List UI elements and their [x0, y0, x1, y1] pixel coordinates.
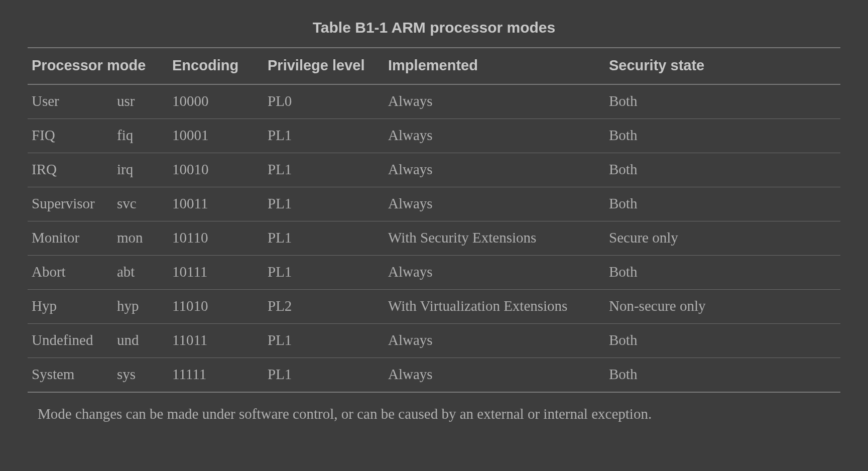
cell-implemented: Always [384, 324, 605, 358]
footnote: Mode changes can be made under software … [28, 393, 840, 422]
cell-privilege: PL0 [264, 84, 384, 119]
cell-mode-abbr: mon [113, 221, 168, 256]
page-container: Table B1-1 ARM processor modes Processor… [0, 0, 868, 422]
col-header-mode: Processor mode [28, 48, 168, 84]
cell-mode-name: Undefined [28, 324, 113, 358]
cell-mode-abbr: fiq [113, 119, 168, 153]
table-row: Supervisorsvc10011PL1AlwaysBoth [28, 187, 840, 221]
cell-security: Both [605, 119, 840, 153]
cell-mode-name: FIQ [28, 119, 113, 153]
cell-security: Both [605, 256, 840, 290]
table-row: Undefinedund11011PL1AlwaysBoth [28, 324, 840, 358]
cell-mode-name: System [28, 358, 113, 393]
table-row: Monitormon10110PL1With Security Extensio… [28, 221, 840, 256]
cell-security: Both [605, 187, 840, 221]
cell-implemented: With Security Extensions [384, 221, 605, 256]
cell-encoding: 11111 [168, 358, 264, 393]
cell-encoding: 11010 [168, 290, 264, 324]
cell-security: Both [605, 153, 840, 187]
col-header-encoding: Encoding [168, 48, 264, 84]
cell-privilege: PL1 [264, 358, 384, 393]
cell-security: Non-secure only [605, 290, 840, 324]
table-row: IRQirq10010PL1AlwaysBoth [28, 153, 840, 187]
cell-mode-abbr: hyp [113, 290, 168, 324]
cell-privilege: PL2 [264, 290, 384, 324]
table-body: Userusr10000PL0AlwaysBothFIQfiq10001PL1A… [28, 84, 840, 392]
cell-encoding: 10110 [168, 221, 264, 256]
col-header-security: Security state [605, 48, 840, 84]
cell-mode-abbr: abt [113, 256, 168, 290]
cell-privilege: PL1 [264, 119, 384, 153]
cell-implemented: Always [384, 84, 605, 119]
cell-security: Both [605, 358, 840, 393]
cell-mode-abbr: sys [113, 358, 168, 393]
cell-security: Both [605, 324, 840, 358]
cell-implemented: Always [384, 153, 605, 187]
table-caption: Table B1-1 ARM processor modes [28, 15, 840, 47]
cell-implemented: Always [384, 256, 605, 290]
cell-encoding: 10001 [168, 119, 264, 153]
table-row: Userusr10000PL0AlwaysBoth [28, 84, 840, 119]
cell-encoding: 10010 [168, 153, 264, 187]
cell-mode-name: Supervisor [28, 187, 113, 221]
cell-privilege: PL1 [264, 187, 384, 221]
cell-mode-name: User [28, 84, 113, 119]
cell-encoding: 10111 [168, 256, 264, 290]
cell-implemented: Always [384, 119, 605, 153]
cell-implemented: With Virtualization Extensions [384, 290, 605, 324]
cell-privilege: PL1 [264, 153, 384, 187]
table-header-row: Processor mode Encoding Privilege level … [28, 48, 840, 84]
processor-modes-table: Processor mode Encoding Privilege level … [28, 47, 840, 393]
table-row: Systemsys11111PL1AlwaysBoth [28, 358, 840, 393]
cell-mode-abbr: usr [113, 84, 168, 119]
table-row: FIQfiq10001PL1AlwaysBoth [28, 119, 840, 153]
col-header-implemented: Implemented [384, 48, 605, 84]
cell-mode-abbr: svc [113, 187, 168, 221]
cell-security: Both [605, 84, 840, 119]
table-row: Abortabt10111PL1AlwaysBoth [28, 256, 840, 290]
cell-encoding: 10011 [168, 187, 264, 221]
cell-mode-name: IRQ [28, 153, 113, 187]
cell-privilege: PL1 [264, 324, 384, 358]
cell-security: Secure only [605, 221, 840, 256]
cell-implemented: Always [384, 358, 605, 393]
cell-encoding: 10000 [168, 84, 264, 119]
cell-encoding: 11011 [168, 324, 264, 358]
col-header-privilege: Privilege level [264, 48, 384, 84]
cell-privilege: PL1 [264, 256, 384, 290]
cell-implemented: Always [384, 187, 605, 221]
cell-mode-name: Abort [28, 256, 113, 290]
cell-mode-abbr: und [113, 324, 168, 358]
cell-privilege: PL1 [264, 221, 384, 256]
cell-mode-name: Monitor [28, 221, 113, 256]
cell-mode-name: Hyp [28, 290, 113, 324]
table-row: Hyphyp11010PL2With Virtualization Extens… [28, 290, 840, 324]
cell-mode-abbr: irq [113, 153, 168, 187]
